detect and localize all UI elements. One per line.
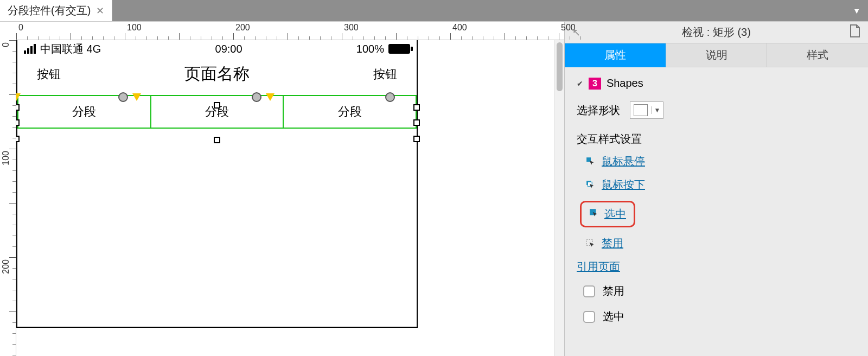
disabled-checkbox-label: 禁用 — [603, 284, 624, 298]
selection-handle[interactable] — [16, 104, 20, 111]
tab-notes[interactable]: 说明 — [666, 43, 768, 67]
checkbox[interactable] — [583, 285, 595, 297]
select-shape-row: 选择形状 ▼ — [577, 101, 856, 119]
select-shape-label: 选择形状 — [577, 103, 620, 118]
reference-page-link[interactable]: 引用页面 — [577, 259, 856, 274]
nav-title[interactable]: 页面名称 — [184, 63, 250, 85]
shapes-count-badge: 3 — [589, 78, 601, 90]
style-hover-row[interactable]: 鼠标悬停 — [585, 154, 856, 169]
shapes-label: Shapes — [607, 77, 643, 90]
selection-handle[interactable] — [413, 136, 420, 142]
selection-handle[interactable] — [413, 104, 420, 111]
inspector-header: ↖ 检视 : 矩形 (3) — [565, 22, 868, 43]
guide-marker-icon[interactable] — [266, 93, 275, 101]
shape-dropdown[interactable]: ▼ — [630, 101, 663, 119]
device-navbar: 按钮 页面名称 按钮 — [17, 58, 417, 95]
shapes-summary-row[interactable]: ✔ 3 Shapes — [577, 77, 856, 90]
carrier-label: 中国联通 4G — [40, 42, 101, 56]
tab-style[interactable]: 样式 — [767, 43, 868, 67]
inspector-tabs: 属性 说明 样式 — [565, 43, 868, 67]
style-mousedown-row[interactable]: 鼠标按下 — [585, 177, 856, 192]
inspector-panel: ↖ 检视 : 矩形 (3) 属性 说明 样式 ✔ 3 Shapes 选择形状 — [564, 22, 868, 356]
selected-checkbox-row[interactable]: 选中 — [583, 309, 856, 324]
disabled-checkbox-row[interactable]: 禁用 — [583, 284, 856, 298]
selection-handle[interactable] — [413, 119, 420, 126]
battery-percent: 100% — [356, 43, 384, 55]
segmented-control[interactable]: 分段 分段 分段 — [17, 95, 417, 129]
ruler-horizontal[interactable]: 0100200300400500 — [16, 22, 564, 40]
chevron-down-icon: ✔ — [577, 79, 583, 88]
cursor-icon — [585, 238, 596, 249]
document-tab-title: 分段控件(有交互) — [8, 3, 91, 18]
style-disabled-link[interactable]: 禁用 — [602, 236, 623, 251]
selection-handle[interactable] — [214, 137, 220, 143]
checkbox[interactable] — [583, 311, 595, 323]
connector-point-icon[interactable] — [252, 92, 261, 102]
segment-3[interactable]: 分段 — [284, 96, 416, 128]
guide-marker-icon[interactable] — [132, 93, 141, 101]
tab-properties[interactable]: 属性 — [565, 43, 666, 67]
nav-right-button[interactable]: 按钮 — [373, 66, 397, 82]
chevron-down-icon: ▼ — [651, 106, 663, 114]
cursor-icon — [589, 208, 599, 220]
device-frame[interactable]: 中国联通 4G 09:00 100% 按钮 页面名称 按钮 — [16, 40, 418, 328]
cursor-icon — [585, 156, 596, 167]
connector-point-icon[interactable] — [385, 92, 395, 102]
connector-point-icon[interactable] — [118, 92, 128, 102]
style-selected-link[interactable]: 选中 — [604, 207, 626, 221]
nav-left-button[interactable]: 按钮 — [37, 66, 61, 82]
tabbar-overflow[interactable]: ▼ — [112, 0, 868, 21]
inspector-body: ✔ 3 Shapes 选择形状 ▼ 交互样式设置 鼠标悬停 — [565, 67, 868, 356]
document-icon[interactable] — [850, 24, 860, 40]
close-tab-icon[interactable]: ✕ — [96, 5, 104, 17]
scrollbar-thumb[interactable] — [557, 42, 563, 91]
chevron-down-icon: ▼ — [853, 7, 860, 15]
selected-checkbox-label: 选中 — [603, 309, 624, 324]
signal-icon — [24, 44, 36, 54]
ruler-vertical[interactable]: 0100200 — [0, 40, 16, 356]
cursor-icon — [585, 180, 596, 190]
document-tab-active[interactable]: 分段控件(有交互) ✕ — [0, 0, 112, 21]
style-selected-highlight[interactable]: 选中 — [580, 201, 635, 227]
style-hover-link[interactable]: 鼠标悬停 — [602, 154, 645, 169]
inspector-title: 检视 : 矩形 (3) — [682, 25, 751, 40]
document-tabbar: 分段控件(有交互) ✕ ▼ — [0, 0, 868, 22]
clock-label: 09:00 — [215, 43, 242, 55]
selection-handle[interactable] — [214, 102, 220, 109]
device-statusbar: 中国联通 4G 09:00 100% — [17, 40, 417, 58]
segment-1[interactable]: 分段 — [18, 96, 151, 128]
selection-handle[interactable] — [16, 136, 20, 142]
selection-handle[interactable] — [16, 119, 20, 126]
popout-icon[interactable]: ↖ — [572, 27, 580, 39]
guide-marker-icon[interactable] — [16, 93, 21, 101]
design-canvas[interactable]: 中国联通 4G 09:00 100% 按钮 页面名称 按钮 — [16, 40, 564, 356]
shape-swatch — [634, 104, 648, 116]
interaction-styles-heading: 交互样式设置 — [577, 132, 856, 147]
battery-icon — [388, 44, 410, 54]
style-mousedown-link[interactable]: 鼠标按下 — [602, 177, 645, 192]
style-disabled-row[interactable]: 禁用 — [585, 236, 856, 251]
segment-2[interactable]: 分段 — [151, 96, 284, 128]
canvas-vertical-scrollbar[interactable] — [554, 40, 564, 356]
design-canvas-area: 0100200300400500 0100200 中国联通 4G 09:00 1 — [0, 22, 564, 356]
